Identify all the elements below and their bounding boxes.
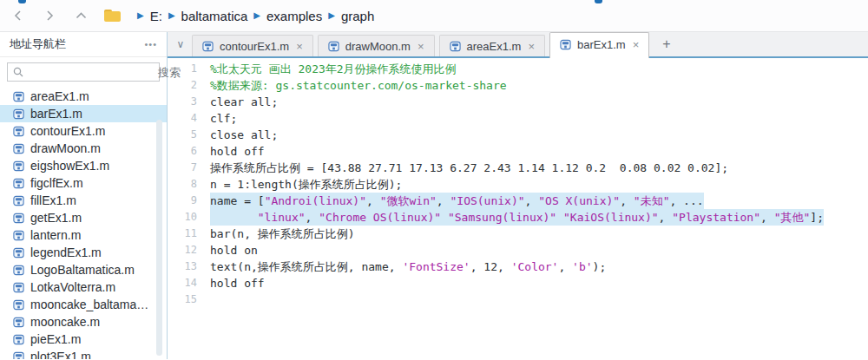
code-line[interactable]: 4clf; (168, 110, 868, 127)
code-segment-string: "Androi(linux)" (265, 194, 366, 207)
file-item[interactable]: areaEx1.m (0, 88, 167, 105)
file-item[interactable]: drawMoon.m (0, 140, 167, 157)
code-line[interactable]: 11bar(n, 操作系统所占比例) (168, 226, 868, 242)
sidebar-scrollbar[interactable] (156, 120, 162, 356)
code-line[interactable]: 2%数据来源: gs.statcounter.com/os-market-sha… (168, 77, 868, 94)
m-file-icon (13, 126, 24, 137)
back-button[interactable] (10, 8, 26, 23)
code-line[interactable]: 13text(n,操作系统所占比例, name, 'FontSize', 12,… (168, 259, 868, 275)
code-segment-plain: , (659, 211, 673, 224)
new-tab-button[interactable]: + (654, 36, 679, 52)
code-line[interactable]: 10 "linux", "Chrome OS(linux)" "Samsung(… (168, 209, 868, 226)
code-text: clear all; (210, 94, 278, 110)
file-item[interactable]: legendEx1.m (0, 244, 167, 261)
tab-close-icon[interactable]: × (633, 38, 640, 51)
m-file-icon (450, 41, 461, 52)
code-line[interactable]: 7操作系统所占比例 = [43.88 27.71 17.13 6.27 2.43… (168, 160, 868, 176)
m-file-icon (13, 334, 24, 345)
code-editor[interactable]: 1%北太天元 画出 2023年2月份操作系统使用比例2%数据来源: gs.sta… (168, 58, 868, 359)
code-segment-plain: , (760, 211, 774, 224)
code-text: "linux", "Chrome OS(linux)" "Samsung(lin… (210, 209, 824, 226)
file-item[interactable]: plot3Ex1.m (0, 348, 167, 359)
chevron-left-icon (13, 10, 23, 21)
code-line[interactable]: 3clear all; (168, 94, 868, 110)
code-line[interactable]: 12hold on (168, 242, 868, 259)
breadcrumb-item[interactable]: E: (150, 9, 162, 23)
file-name: getEx1.m (30, 211, 82, 225)
file-item[interactable]: eigshowEx1.m (0, 157, 167, 174)
code-line[interactable]: 14hold off (168, 275, 868, 291)
file-item[interactable]: barEx1.m (0, 105, 167, 122)
file-item[interactable]: figclfEx.m (0, 174, 167, 192)
m-file-icon (560, 39, 571, 50)
tab-close-icon[interactable]: × (418, 40, 424, 53)
file-item[interactable]: mooncake_baltama… (0, 296, 167, 313)
tab-overflow-button[interactable]: ∨ (169, 38, 192, 50)
tab-close-icon[interactable]: × (528, 40, 535, 53)
breadcrumb-item[interactable]: examples (266, 9, 322, 23)
line-number: 15 (168, 291, 197, 308)
code-text: text(n,操作系统所占比例, name, 'FontSize', 12, '… (210, 259, 606, 275)
file-item[interactable]: pieEx1.m (0, 331, 167, 348)
file-name: barEx1.m (30, 107, 82, 121)
code-segment-plain: , (306, 211, 319, 224)
tab-label: barEx1.m (577, 38, 626, 51)
code-line[interactable]: 6hold off (168, 143, 868, 160)
file-name: mooncake_baltama… (30, 298, 148, 311)
file-name: lantern.m (30, 228, 81, 242)
tab-drawMoon.m[interactable]: drawMoon.m× (318, 35, 435, 56)
forward-button[interactable] (42, 8, 57, 23)
search-input[interactable] (28, 66, 181, 79)
sidebar-header: 地址导航栏 ••• (0, 32, 167, 57)
tab-barEx1.m[interactable]: barEx1.m× (549, 32, 649, 58)
file-item[interactable]: mooncake.m (0, 313, 167, 331)
code-segment-plain: , 12, (470, 260, 511, 273)
line-number: 14 (168, 275, 197, 291)
line-number: 9 (168, 193, 197, 209)
line-number: 6 (168, 143, 197, 160)
code-segment-string: 'FontSize' (402, 260, 470, 273)
file-item[interactable]: lantern.m (0, 226, 167, 244)
sidebar-menu-button[interactable]: ••• (144, 39, 157, 49)
code-segment-string: "Playstation" (672, 211, 760, 224)
m-file-icon (13, 299, 24, 311)
code-segment-string: "其他" (774, 211, 811, 224)
code-segment-plain: , (558, 260, 572, 273)
tab-areaEx1.m[interactable]: areaEx1.m× (439, 35, 545, 56)
up-directory-button[interactable] (73, 8, 89, 23)
code-line[interactable]: 1%北太天元 画出 2023年2月份操作系统使用比例 (168, 61, 868, 77)
path-toolbar: ▶E:▶baltamatica▶examples▶graph (0, 0, 868, 32)
file-item[interactable]: getEx1.m (0, 209, 167, 226)
code-segment-plain: hold off (210, 145, 265, 158)
breadcrumb-separator-icon: ▶ (137, 11, 144, 20)
file-name: eigshowEx1.m (30, 159, 109, 173)
code-line[interactable]: 15 (168, 291, 868, 308)
m-file-icon (13, 247, 24, 259)
line-number: 2 (168, 77, 197, 94)
code-text: bar(n, 操作系统所占比例) (210, 226, 355, 242)
tab-label: areaEx1.m (467, 40, 522, 53)
code-segment-comment: %北太天元 画出 2023年2月份操作系统使用比例 (210, 62, 457, 75)
code-line[interactable]: 8n = 1:length(操作系统所占比例); (168, 176, 868, 193)
tab-close-icon[interactable]: × (296, 40, 303, 53)
tab-contourEx1.m[interactable]: contourEx1.m× (192, 35, 313, 56)
code-segment-plain: clf; (210, 112, 237, 125)
line-number: 7 (168, 160, 197, 176)
file-item[interactable]: fillEx1.m (0, 192, 167, 209)
tab-label: contourEx1.m (220, 40, 289, 53)
code-line[interactable]: 9name = ["Androi(linux)", "微软win", "IOS(… (168, 193, 868, 209)
file-item[interactable]: LotkaVolterra.m (0, 278, 167, 296)
code-segment-plain: , ... (669, 194, 703, 207)
code-text: hold on (210, 242, 258, 259)
code-line[interactable]: 5close all; (168, 127, 868, 143)
file-item[interactable]: LogoBaltamatica.m (0, 261, 167, 278)
chevron-right-icon (44, 10, 55, 21)
folder-icon[interactable] (104, 9, 122, 23)
m-file-icon (13, 143, 24, 154)
breadcrumb-item[interactable]: baltamatica (181, 9, 248, 23)
code-segment-string: 'b' (572, 260, 592, 273)
m-file-icon (13, 108, 24, 120)
code-text: name = ["Androi(linux)", "微软win", "IOS(u… (210, 193, 704, 209)
breadcrumb-item[interactable]: graph (341, 9, 374, 23)
file-item[interactable]: contourEx1.m (0, 122, 167, 140)
